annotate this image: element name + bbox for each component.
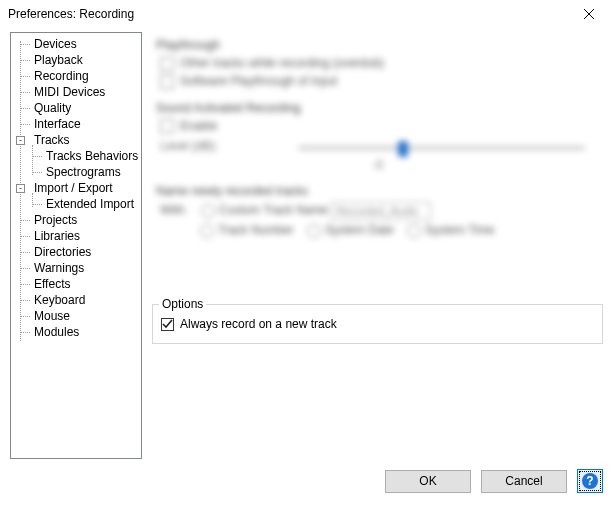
- tree-item-midi-devices[interactable]: MIDI Devices: [11, 84, 141, 100]
- window-title: Preferences: Recording: [8, 7, 134, 21]
- tree-item-interface[interactable]: Interface: [11, 116, 141, 132]
- options-group: Options Always record on a new track: [152, 304, 603, 344]
- tree-expander-tracks[interactable]: -: [16, 136, 25, 145]
- titlebar: Preferences: Recording: [0, 0, 615, 28]
- tree-item-keyboard[interactable]: Keyboard: [11, 292, 141, 308]
- dialog-buttons: OK Cancel ?: [385, 469, 603, 493]
- check-icon: [162, 319, 173, 330]
- always-record-label: Always record on a new track: [180, 317, 337, 331]
- tree-item-quality[interactable]: Quality: [11, 100, 141, 116]
- tree-item-devices[interactable]: Devices: [11, 36, 141, 52]
- tree-item-spectrograms[interactable]: Spectrograms: [11, 164, 141, 180]
- category-tree[interactable]: Devices Playback Recording MIDI Devices …: [10, 32, 142, 459]
- tree-item-playback[interactable]: Playback: [11, 52, 141, 68]
- tree-item-projects[interactable]: Projects: [11, 212, 141, 228]
- tree-item-directories[interactable]: Directories: [11, 244, 141, 260]
- tree-item-tracks[interactable]: - Tracks: [11, 132, 141, 148]
- tree-item-mouse[interactable]: Mouse: [11, 308, 141, 324]
- always-record-row[interactable]: Always record on a new track: [161, 317, 594, 331]
- tree-item-effects[interactable]: Effects: [11, 276, 141, 292]
- close-icon: [584, 9, 594, 19]
- always-record-checkbox[interactable]: [161, 318, 174, 331]
- options-group-title: Options: [159, 297, 206, 311]
- ok-button[interactable]: OK: [385, 470, 471, 493]
- preferences-window: Preferences: Recording Devices Playback: [0, 0, 615, 505]
- help-icon: ?: [582, 473, 598, 489]
- tree-item-recording[interactable]: Recording: [11, 68, 141, 84]
- blurred-settings: Playthrough Other tracks while recording…: [150, 32, 605, 300]
- tree-item-modules[interactable]: Modules: [11, 324, 141, 340]
- dialog-body: Devices Playback Recording MIDI Devices …: [0, 28, 615, 505]
- tree-item-tracks-behaviors[interactable]: Tracks Behaviors: [11, 148, 141, 164]
- tree-item-libraries[interactable]: Libraries: [11, 228, 141, 244]
- tree-item-warnings[interactable]: Warnings: [11, 260, 141, 276]
- window-close-button[interactable]: [569, 2, 609, 26]
- cancel-button[interactable]: Cancel: [481, 470, 567, 493]
- help-button[interactable]: ?: [577, 469, 603, 493]
- settings-panel: Playthrough Other tracks while recording…: [150, 32, 605, 459]
- tree-item-extended-import[interactable]: Extended Import: [11, 196, 141, 212]
- tree-expander-import[interactable]: -: [16, 184, 25, 193]
- tree-item-import-export[interactable]: - Import / Export: [11, 180, 141, 196]
